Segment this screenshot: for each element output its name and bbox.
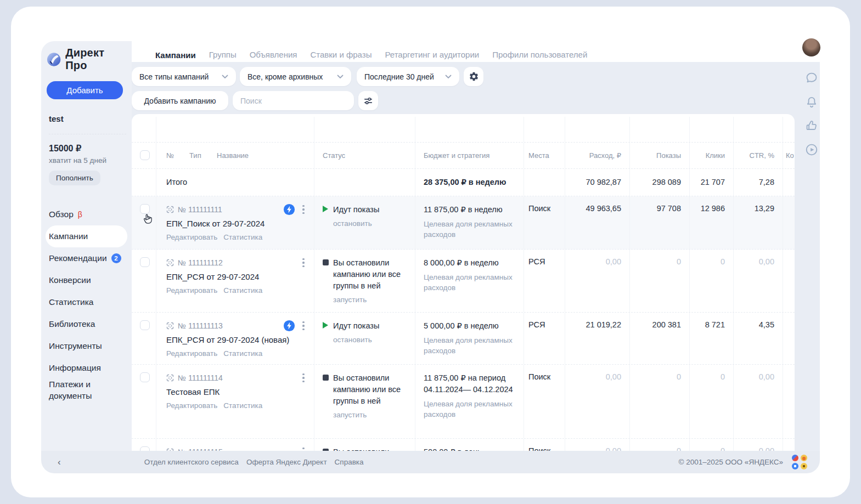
filter-dropdown[interactable]: Все, кроме архивных: [240, 67, 351, 86]
filter-label: Все, кроме архивных: [247, 72, 323, 81]
sidebar-item-label: Статистика: [49, 297, 93, 308]
sidebar-item[interactable]: Конверсии: [46, 269, 127, 291]
col-name[interactable]: Название: [217, 151, 249, 160]
col-clicks[interactable]: Клики: [690, 143, 734, 168]
clicks-cell: 0: [690, 439, 734, 451]
edit-link[interactable]: Редактировать: [166, 286, 217, 295]
sidebar-item[interactable]: Библиотека: [46, 313, 127, 335]
edit-link[interactable]: Редактировать: [166, 401, 217, 410]
sidebar-item-label: Конверсии: [49, 275, 91, 286]
sidebar-item[interactable]: Кампании: [46, 225, 127, 247]
thumbs-up-icon[interactable]: [804, 118, 819, 133]
col-number[interactable]: №: [166, 151, 174, 160]
chevron-down-icon: [337, 75, 344, 79]
app-title: Директ Про: [65, 47, 127, 72]
sidebar-item[interactable]: Информация: [46, 357, 127, 379]
status-action-link[interactable]: запустить: [333, 411, 367, 419]
chevron-down-icon: [222, 75, 228, 79]
notifications-bell-icon[interactable]: [804, 95, 819, 109]
sidebar-item[interactable]: Платежи и документы: [46, 379, 127, 402]
statistics-link[interactable]: Статистика: [223, 286, 262, 295]
clicks-cell: 0: [690, 250, 734, 312]
tab-item[interactable]: Ставки и фразы: [310, 50, 372, 60]
chat-icon[interactable]: [804, 71, 819, 85]
footer-link[interactable]: Отдел клиентского сервиса: [144, 458, 239, 466]
status-icon: [323, 322, 328, 329]
tab-item[interactable]: Группы: [209, 50, 237, 60]
col-ctr[interactable]: CTR, %: [734, 143, 783, 168]
boost-badge-icon[interactable]: [283, 320, 295, 332]
campaign-name[interactable]: Тестовая ЕПК: [156, 383, 314, 398]
status-icon: [323, 206, 328, 212]
filter-settings-button[interactable]: [358, 91, 378, 110]
tab-item[interactable]: Ретаргетинг и аудитории: [385, 50, 479, 60]
campaign-name[interactable]: ЕПК_РСЯ от 29-07-2024: [156, 268, 314, 282]
beta-badge: β: [78, 210, 82, 219]
kebab-menu[interactable]: [301, 258, 306, 267]
campaign-row: № 111111112 ЕПК_РСЯ от 29-07-2024 Редакт…: [132, 250, 795, 313]
budget-text: 500,00 ₽ в день: [424, 446, 515, 451]
col-status[interactable]: Статус: [314, 143, 415, 168]
user-avatar[interactable]: [802, 38, 820, 56]
edit-link[interactable]: Редактировать: [166, 233, 217, 241]
row-checkbox[interactable]: [140, 320, 150, 330]
kebab-menu[interactable]: [301, 205, 306, 214]
status-icon: [323, 259, 329, 265]
play-video-icon[interactable]: [804, 143, 819, 157]
footer-link[interactable]: Оферта Яндекс Директ: [246, 458, 327, 466]
select-all-checkbox[interactable]: [140, 150, 150, 160]
campaign-type-icon: [166, 259, 174, 267]
columns-settings-button[interactable]: [464, 67, 483, 86]
kebab-menu[interactable]: [301, 373, 306, 382]
sidebar-item-label: Информация: [49, 363, 101, 374]
gear-icon: [469, 71, 479, 82]
kebab-menu[interactable]: [301, 321, 306, 330]
campaign-name[interactable]: ЕПК_РСЯ от 29-07-2024 (новая): [156, 331, 314, 346]
statistics-link[interactable]: Статистика: [223, 401, 262, 410]
filter-dropdown[interactable]: Последние 30 дней: [357, 67, 459, 86]
status-action-link[interactable]: запустить: [333, 296, 367, 304]
filter-dropdown[interactable]: Все типы кампаний: [132, 67, 236, 86]
row-checkbox[interactable]: [140, 204, 150, 214]
edit-link[interactable]: Редактировать: [166, 349, 217, 358]
sidebar-item[interactable]: Рекомендации2: [46, 247, 127, 269]
col-impressions[interactable]: Показы: [630, 143, 690, 168]
row-checkbox[interactable]: [140, 372, 150, 382]
status-text: Идут показы: [333, 205, 379, 214]
table-filter-row: [132, 117, 795, 143]
status-action-link[interactable]: остановить: [333, 219, 372, 228]
footer-link[interactable]: Справка: [335, 458, 364, 466]
row-checkbox[interactable]: [140, 446, 150, 451]
campaign-number: № 111111113: [178, 321, 223, 330]
add-campaign-button[interactable]: Добавить кампанию: [132, 91, 228, 110]
tab-item[interactable]: Объявления: [250, 50, 297, 60]
col-budget[interactable]: Бюджет и стратегия: [415, 143, 524, 168]
sidebar-item[interactable]: Статистика: [46, 291, 127, 313]
col-places[interactable]: Места: [524, 143, 565, 168]
totals-ctr: 7,28: [734, 169, 783, 196]
support-widget-icon[interactable]: [792, 455, 808, 469]
campaign-name[interactable]: ЕПК_Поиск от 29-07-2024: [156, 215, 314, 229]
sidebar-item-label: Библиотека: [49, 319, 95, 330]
col-spend[interactable]: Расход, ₽: [565, 143, 630, 168]
status-action-link[interactable]: остановить: [333, 336, 372, 344]
budget-text: 5 000,00 ₽ в неделю: [424, 320, 515, 332]
collapse-sidebar-button[interactable]: ‹: [58, 457, 61, 468]
totals-row: Итого 28 375,00 ₽ в неделю 70 982,87 298…: [132, 169, 795, 196]
direct-pro-logo-icon: [47, 52, 61, 67]
totals-clicks: 21 707: [690, 169, 734, 196]
row-checkbox[interactable]: [140, 257, 150, 267]
tab-item[interactable]: Профили пользователей: [492, 50, 587, 60]
statistics-link[interactable]: Статистика: [223, 233, 262, 241]
col-type[interactable]: Тип: [189, 151, 201, 160]
statistics-link[interactable]: Статистика: [223, 349, 262, 358]
status-text: Вы остановили кампанию или все группы в …: [333, 373, 401, 405]
campaign-row: № 111111111 ЕПК_Поиск от 29-07-2024 Реда…: [132, 196, 795, 250]
topup-button[interactable]: Пополнить: [49, 171, 100, 185]
sidebar-item[interactable]: Обзорβ: [46, 203, 127, 225]
places-cell: Поиск: [524, 196, 565, 249]
search-input[interactable]: [233, 91, 354, 110]
boost-badge-icon[interactable]: [283, 203, 295, 216]
sidebar-item[interactable]: Инструменты: [46, 335, 127, 357]
add-button[interactable]: Добавить: [47, 81, 123, 99]
